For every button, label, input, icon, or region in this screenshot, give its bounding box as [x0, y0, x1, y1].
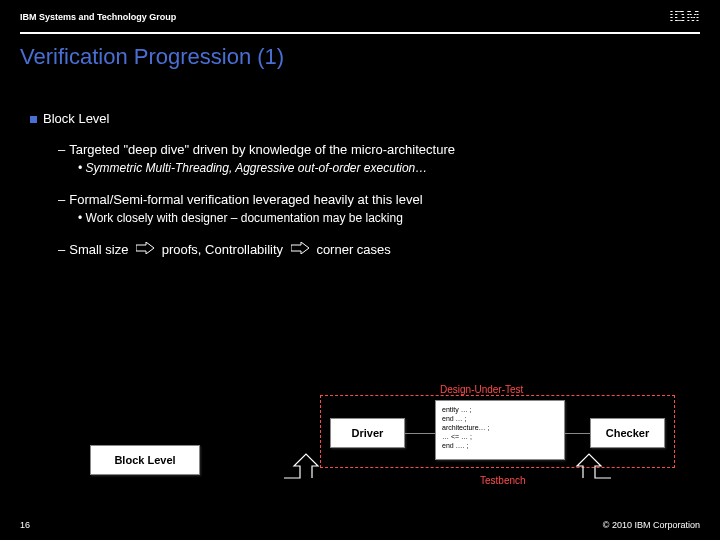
text-pre: Small size — [69, 242, 128, 257]
subbullet-smallsize: –Small size proofs, Controllability corn… — [58, 241, 690, 260]
dot-bullet-icon: • — [78, 161, 86, 175]
connector-line — [565, 433, 590, 434]
arrow-up-right-icon — [280, 452, 320, 480]
subbullet-text: Targeted "deep dive" driven by knowledge… — [69, 142, 455, 157]
page-number: 16 — [20, 520, 30, 530]
text-mid: proofs, Controllability — [162, 242, 283, 257]
dash-bullet-icon: – — [58, 142, 65, 157]
checker-box: Checker — [590, 418, 665, 448]
slide-title: Verification Progression (1) — [0, 34, 720, 70]
arrow-right-icon — [291, 241, 309, 260]
dash-bullet-icon: – — [58, 192, 65, 207]
diagram: Design-Under-Test Testbench Block Level … — [0, 360, 720, 500]
dut-code: entity … ; end … ; architecture… ; … <= … — [442, 405, 558, 450]
subsubbullet-text: Symmetric Multi-Threading, Aggressive ou… — [86, 161, 428, 175]
arrow-up-left-icon — [575, 452, 615, 480]
slide-footer: 16 © 2010 IBM Corporation — [0, 520, 720, 530]
slide-body: Block Level –Targeted "deep dive" driven… — [0, 70, 720, 260]
square-bullet-icon — [30, 116, 37, 123]
connector-line — [405, 433, 435, 434]
testbench-label: Testbench — [480, 475, 526, 486]
dash-bullet-icon: – — [58, 242, 65, 257]
dot-bullet-icon: • — [78, 211, 86, 225]
copyright: © 2010 IBM Corporation — [603, 520, 700, 530]
arrow-right-icon — [136, 241, 154, 260]
dut-label: Design-Under-Test — [440, 384, 523, 395]
bullet-block-level: Block Level — [30, 110, 690, 129]
group-label: IBM Systems and Technology Group — [20, 12, 176, 22]
subbullet-formal: –Formal/Semi-formal verification leverag… — [58, 191, 690, 210]
text-post: corner cases — [316, 242, 390, 257]
slide-header: IBM Systems and Technology Group IBM — [0, 0, 720, 30]
dut-box: entity … ; end … ; architecture… ; … <= … — [435, 400, 565, 460]
subbullet-targeted: –Targeted "deep dive" driven by knowledg… — [58, 141, 690, 160]
driver-box: Driver — [330, 418, 405, 448]
subsubbullet-smt: • Symmetric Multi-Threading, Aggressive … — [78, 160, 690, 177]
block-level-box: Block Level — [90, 445, 200, 475]
bullet-text: Block Level — [43, 111, 109, 126]
subsubbullet-text: Work closely with designer – documentati… — [86, 211, 403, 225]
subbullet-text: Formal/Semi-formal verification leverage… — [69, 192, 422, 207]
ibm-logo: IBM — [669, 8, 700, 26]
subsubbullet-work: • Work closely with designer – documenta… — [78, 210, 690, 227]
